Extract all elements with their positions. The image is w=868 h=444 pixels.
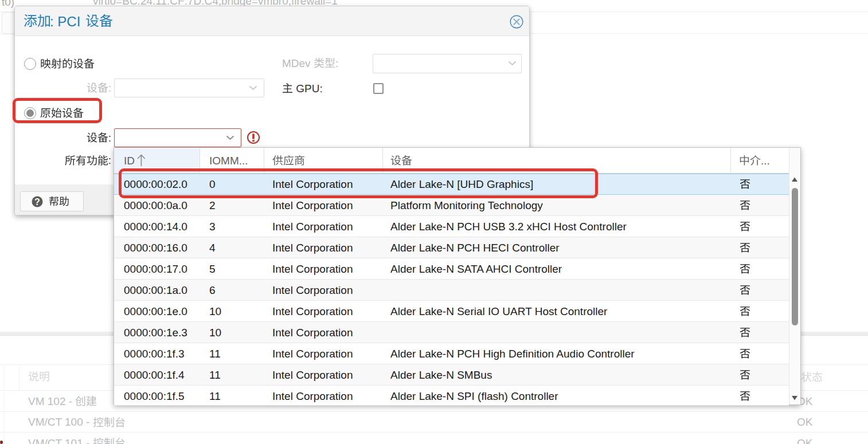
svg-text:?: ? [34,197,40,207]
